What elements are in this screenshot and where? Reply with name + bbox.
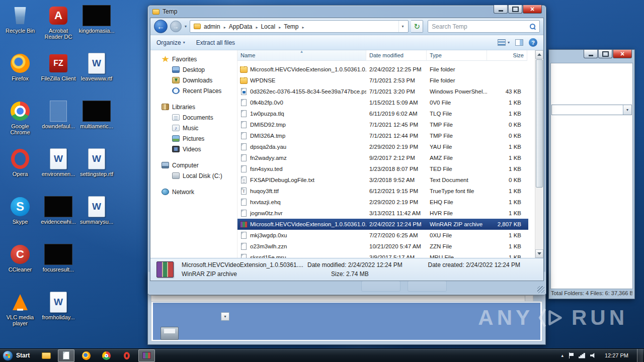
desktop-icon[interactable]: Opera [1, 145, 39, 193]
file-row[interactable]: FXSAPIDebugLogFile.txt 3/2/2018 9:52 AM … [237, 174, 528, 186]
refresh-button[interactable]: ↻ [411, 20, 423, 33]
file-row[interactable]: 0fk4b2fp.0v0 1/15/2021 5:09 AM 0V0 File … [237, 97, 528, 108]
column-header-size[interactable]: Size [487, 50, 527, 61]
search-icon[interactable] [529, 23, 536, 30]
sidebar-item[interactable]: Favorites [150, 54, 237, 64]
file-row[interactable]: huqoy3ft.ttf 6/12/2021 9:15 PM TrueType … [237, 186, 528, 197]
desktop-icon[interactable]: kingdomasia... [77, 2, 116, 50]
file-row[interactable]: dpsqa2da.yau 2/29/2020 2:19 PM YAU File … [237, 141, 528, 152]
desktop-icon[interactable]: environmen... [39, 145, 77, 193]
breadcrumb-item[interactable]: AppData [227, 23, 260, 31]
minimize-button[interactable] [494, 5, 508, 14]
minimize-button[interactable] [584, 50, 598, 58]
history-chevron-icon[interactable]: ▾ [184, 24, 187, 29]
desktop-icon[interactable]: settingstep.rtf [77, 145, 116, 193]
desktop-icon[interactable]: downdefaul... [39, 98, 77, 145]
scroll-up-icon[interactable] [535, 50, 543, 59]
file-row[interactable]: fsn4syxu.ted 1/23/2018 8:07 PM TED File … [237, 163, 528, 174]
sidebar-item[interactable]: Documents [150, 112, 237, 123]
organize-button[interactable]: Organize [156, 39, 185, 46]
taskbar-clock[interactable]: 12:27 PM [601, 352, 632, 358]
sidebar-item[interactable]: Local Disk (C:) [150, 170, 237, 181]
taskbar-app-button[interactable] [98, 349, 115, 362]
search-box[interactable] [428, 20, 540, 33]
action-center-flag-icon[interactable] [569, 352, 574, 358]
sidebar-item[interactable]: Network [150, 187, 237, 197]
close-button[interactable] [523, 5, 542, 14]
file-row[interactable]: Microsoft.HEVCVideoExtension_1.0.50361.0… [237, 219, 528, 230]
taskbar-app-button[interactable] [138, 349, 155, 362]
help-icon[interactable] [529, 38, 537, 47]
maximize-button[interactable] [598, 50, 612, 58]
desktop-icon[interactable]: Acrobat Reader DC [39, 2, 77, 50]
sidebar-item[interactable]: Videos [150, 144, 237, 154]
chevron-down-icon[interactable]: ▾ [623, 105, 631, 115]
desktop-icon-label: evidencewhi... [41, 219, 76, 225]
close-button[interactable] [613, 50, 632, 58]
forward-button[interactable]: → [170, 21, 182, 32]
sidebar-item[interactable]: Pictures [150, 133, 237, 144]
file-row[interactable]: 1w0puzpa.tlq 6/11/2019 6:02 AM TLQ File … [237, 108, 528, 119]
breadcrumb-item[interactable]: admin [202, 23, 227, 31]
desktop-icon[interactable]: focusresult... [39, 241, 77, 289]
start-button[interactable]: Start [0, 349, 35, 362]
address-dropdown-icon[interactable]: ▾ [398, 21, 406, 32]
file-row[interactable]: jognw0tz.hvr 3/13/2021 11:42 AM HVR File… [237, 208, 528, 219]
address-bar[interactable]: admin AppData Local Temp ▾ [190, 20, 409, 33]
show-desktop-button[interactable] [637, 349, 643, 362]
desktop-icon[interactable]: leavewww.rtf [77, 50, 116, 98]
desktop-icon[interactable]: summarysu... [77, 193, 116, 241]
volume-icon[interactable] [590, 353, 596, 358]
breadcrumb-item[interactable]: Temp [282, 23, 305, 31]
desktop-icon[interactable]: fromholiday... [39, 289, 77, 336]
sidebar-item[interactable]: Libraries [150, 102, 237, 112]
search-input[interactable] [432, 23, 529, 30]
sidebar-item[interactable]: Downloads [150, 75, 237, 85]
preview-pane-icon[interactable] [515, 39, 523, 46]
desktop-icon[interactable]: multiameric... [77, 98, 116, 145]
sidebar-item[interactable]: Recent Places [150, 85, 237, 96]
desktop-icon[interactable]: Recycle Bin [1, 2, 39, 50]
taskbar-app-button[interactable] [38, 349, 54, 362]
file-row[interactable]: Microsoft.HEVCVideoExtension_1.0.50361.0… [237, 64, 528, 75]
taskbar-app-button[interactable] [58, 349, 74, 362]
file-row[interactable]: mkj3wgdp.0xu 7/27/2020 6:25 AM 0XU File … [237, 230, 528, 241]
taskbar-app-button[interactable] [78, 349, 95, 362]
scroll-down-icon[interactable] [535, 249, 543, 258]
vertical-scrollbar[interactable] [535, 50, 543, 258]
hidden-icons-chevron-icon[interactable]: ▴ [561, 353, 564, 358]
taskbar-app-button[interactable] [118, 349, 135, 362]
network-icon[interactable] [579, 353, 585, 358]
resize-grip[interactable] [537, 286, 544, 293]
sidebar-item[interactable]: Computer [150, 160, 237, 170]
sidebar-item[interactable]: Desktop [150, 64, 237, 75]
file-row[interactable]: DMI5D92.tmp 7/1/2021 12:45 PM TMP File 0… [237, 119, 528, 130]
desktop-icon[interactable]: FileZilla Client [39, 50, 77, 98]
desktop-icon[interactable]: Skype [1, 193, 39, 241]
desktop-icon[interactable]: Google Chrome [1, 98, 39, 145]
extract-all-files-button[interactable]: Extract all files [196, 39, 235, 46]
scrollbar-thumb[interactable] [536, 59, 543, 188]
title-bar[interactable]: Temp [148, 6, 546, 18]
file-row[interactable]: WPDNSE 7/1/2021 2:53 PM File folder [237, 75, 528, 86]
sidebar-item[interactable]: Music [150, 123, 237, 133]
file-row[interactable]: DMI326A.tmp 7/1/2021 12:44 PM TMP File 0… [237, 130, 528, 141]
desktop-icon[interactable]: Firefox [1, 50, 39, 98]
file-row[interactable]: hxvtazji.ehq 2/29/2020 2:19 PM EHQ File … [237, 197, 528, 208]
column-header-type[interactable]: Type [427, 50, 487, 61]
file-row[interactable]: skssd15e.mru 3/9/2017 5:17 AM MRU File 1… [237, 252, 528, 258]
back-button[interactable]: ← [154, 20, 168, 33]
desktop-icon[interactable]: evidencewhi... [39, 193, 77, 241]
file-row[interactable]: o23m3wlh.zzn 10/21/2020 5:47 AM ZZN File… [237, 241, 528, 252]
background-dropdown[interactable]: ▾ [551, 105, 632, 115]
desktop-icon[interactable]: CCleaner [1, 241, 39, 289]
file-row[interactable]: 0d3262ec-0376-4155-8c34-5ee39a747bce.ps1… [237, 86, 528, 97]
file-row[interactable]: fn2wadyy.amz 9/2/2017 2:12 PM AMZ File 1… [237, 152, 528, 163]
desktop-icon[interactable]: VLC media player [1, 289, 39, 336]
column-header-date-modified[interactable]: Date modified [366, 50, 427, 61]
maximize-button[interactable] [508, 5, 522, 14]
breadcrumb-item[interactable]: Local [259, 23, 282, 31]
change-view-button[interactable] [498, 39, 510, 46]
chevron-down-icon[interactable]: ▾ [221, 312, 229, 321]
column-header-name[interactable]: Name [237, 50, 366, 61]
